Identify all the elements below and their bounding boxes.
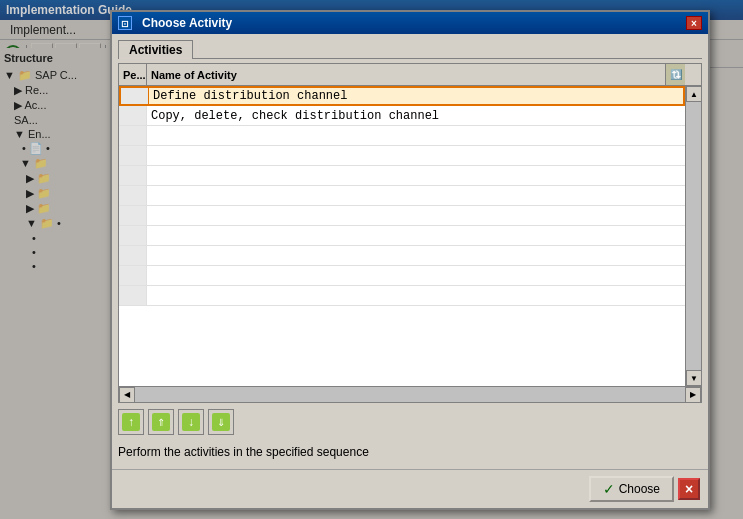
table-body[interactable]: Define distribution channel Copy, delete…: [119, 86, 685, 386]
scrollbar-right-btn[interactable]: ▶: [685, 387, 701, 403]
footer-close-button[interactable]: ×: [678, 478, 700, 500]
modal-close-button[interactable]: ×: [686, 16, 702, 30]
modal-title-text: Choose Activity: [142, 16, 232, 30]
scrollbar-h-track[interactable]: [135, 387, 685, 403]
modal-title-bar: ⊡ Choose Activity ×: [112, 12, 708, 34]
scrollbar-up-btn[interactable]: ▲: [686, 86, 701, 102]
table-row[interactable]: [119, 226, 685, 246]
action-icon-down2[interactable]: ⇓: [208, 409, 234, 435]
table-container: Define distribution channel Copy, delete…: [119, 86, 701, 386]
action-icons-row: ↑ ⇑ ↓ ⇓: [118, 403, 702, 441]
choose-activity-dialog: ⊡ Choose Activity × Activities Pe... Nam…: [110, 10, 710, 510]
svg-text:↓: ↓: [188, 415, 194, 429]
choose-button[interactable]: ✓ Choose: [589, 476, 674, 502]
col-header-pe: Pe...: [119, 64, 147, 85]
row-name-1: Copy, delete, check distribution channel: [147, 109, 685, 123]
svg-text:↑: ↑: [128, 415, 134, 429]
row-pe-1: [119, 106, 147, 125]
table-row[interactable]: [119, 186, 685, 206]
action-icon-up2[interactable]: ⇑: [148, 409, 174, 435]
row-pe-0: [121, 88, 149, 104]
col-sort-icon[interactable]: 🔃: [665, 64, 685, 85]
table-row[interactable]: Define distribution channel: [119, 86, 685, 106]
svg-text:⇑: ⇑: [157, 417, 165, 428]
action-icon-up[interactable]: ↑: [118, 409, 144, 435]
table-scrollbar: ▲ ▼: [685, 86, 701, 386]
table-row[interactable]: [119, 266, 685, 286]
table-header: Pe... Name of Activity 🔃: [119, 64, 701, 86]
activities-tab: Activities: [118, 40, 702, 59]
table-row[interactable]: [119, 146, 685, 166]
status-text: Perform the activities in the specified …: [118, 441, 702, 463]
col-header-name: Name of Activity: [147, 64, 665, 85]
scrollbar-track[interactable]: [686, 102, 701, 370]
bottom-scrollbar: ◀ ▶: [119, 386, 701, 402]
scrollbar-left-btn[interactable]: ◀: [119, 387, 135, 403]
table-row[interactable]: Copy, delete, check distribution channel: [119, 106, 685, 126]
scrollbar-down-btn[interactable]: ▼: [686, 370, 701, 386]
tab-activities[interactable]: Activities: [118, 40, 193, 59]
modal-footer: ✓ Choose ×: [112, 469, 708, 508]
table-row[interactable]: [119, 126, 685, 146]
choose-label: Choose: [619, 482, 660, 496]
action-icon-down[interactable]: ↓: [178, 409, 204, 435]
modal-title-left: ⊡ Choose Activity: [118, 16, 232, 30]
table-row[interactable]: [119, 166, 685, 186]
row-name-0: Define distribution channel: [149, 89, 683, 103]
table-row[interactable]: [119, 246, 685, 266]
table-row[interactable]: [119, 206, 685, 226]
modal-body: Activities Pe... Name of Activity 🔃 Defi…: [112, 34, 708, 469]
choose-icon: ✓: [603, 481, 615, 497]
dialog-icon: ⊡: [118, 16, 132, 30]
table-row[interactable]: [119, 286, 685, 306]
activity-table: Pe... Name of Activity 🔃 Define distribu…: [118, 63, 702, 403]
svg-text:⇓: ⇓: [217, 417, 225, 428]
